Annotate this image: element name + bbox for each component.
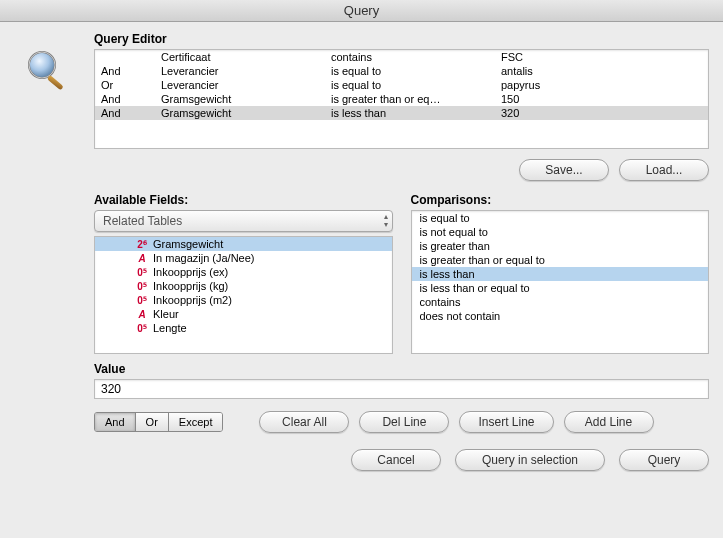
field-type-icon: 2⁶ xyxy=(135,239,149,250)
query-cell-value: antalis xyxy=(495,64,708,78)
query-cell-comp: is equal to xyxy=(325,78,495,92)
value-label: Value xyxy=(94,362,709,376)
comparison-item[interactable]: does not contain xyxy=(412,309,709,323)
value-input[interactable] xyxy=(94,379,709,399)
magnifier-icon xyxy=(24,47,94,97)
conjunction-segmented[interactable]: And Or Except xyxy=(94,412,223,432)
query-cell-comp: contains xyxy=(325,50,495,64)
query-cell-conj: And xyxy=(95,64,155,78)
query-editor-label: Query Editor xyxy=(94,32,709,46)
field-item[interactable]: 0⁵Inkoopprijs (ex) xyxy=(95,265,392,279)
query-row[interactable]: AndGramsgewichtis greater than or eq…150 xyxy=(95,92,708,106)
query-row[interactable]: CertificaatcontainsFSC xyxy=(95,50,708,64)
chevron-updown-icon: ▴▾ xyxy=(384,213,388,229)
field-item-label: Inkoopprijs (ex) xyxy=(153,266,228,278)
query-cell-field: Leverancier xyxy=(155,78,325,92)
query-cell-conj: Or xyxy=(95,78,155,92)
query-cell-conj: And xyxy=(95,106,155,120)
and-segment[interactable]: And xyxy=(95,413,136,431)
query-cell-value: 320 xyxy=(495,106,708,120)
svg-rect-2 xyxy=(47,75,64,90)
query-cell-field: Gramsgewicht xyxy=(155,106,325,120)
load-button[interactable]: Load... xyxy=(619,159,709,181)
field-item-label: Inkoopprijs (m2) xyxy=(153,294,232,306)
field-item[interactable]: 0⁵Inkoopprijs (kg) xyxy=(95,279,392,293)
query-cell-field: Leverancier xyxy=(155,64,325,78)
field-type-icon: A xyxy=(135,253,149,264)
comparison-item[interactable]: is not equal to xyxy=(412,225,709,239)
query-cell-value: 150 xyxy=(495,92,708,106)
field-item[interactable]: 0⁵Lengte xyxy=(95,321,392,335)
query-cell-comp: is less than xyxy=(325,106,495,120)
popup-label: Related Tables xyxy=(103,214,182,228)
field-item[interactable]: 2⁶Gramsgewicht xyxy=(95,237,392,251)
query-cell-conj xyxy=(95,50,155,64)
comparison-item[interactable]: contains xyxy=(412,295,709,309)
field-item-label: Lengte xyxy=(153,322,187,334)
query-cell-comp: is greater than or eq… xyxy=(325,92,495,106)
related-tables-popup[interactable]: Related Tables ▴▾ xyxy=(94,210,393,232)
query-in-selection-button[interactable]: Query in selection xyxy=(455,449,605,471)
insert-line-button[interactable]: Insert Line xyxy=(459,411,553,433)
query-cell-value: FSC xyxy=(495,50,708,64)
comparison-item[interactable]: is less than xyxy=(412,267,709,281)
comparison-item[interactable]: is greater than or equal to xyxy=(412,253,709,267)
cancel-button[interactable]: Cancel xyxy=(351,449,441,471)
query-row[interactable]: AndLeverancieris equal toantalis xyxy=(95,64,708,78)
available-fields-list[interactable]: 2⁶GramsgewichtAIn magazijn (Ja/Nee)0⁵Ink… xyxy=(94,236,393,354)
field-type-icon: 0⁵ xyxy=(135,267,149,278)
save-button[interactable]: Save... xyxy=(519,159,609,181)
except-segment[interactable]: Except xyxy=(169,413,223,431)
comparisons-list[interactable]: is equal tois not equal tois greater tha… xyxy=(411,210,710,354)
field-type-icon: 0⁵ xyxy=(135,281,149,292)
query-cell-field: Certificaat xyxy=(155,50,325,64)
available-fields-label: Available Fields: xyxy=(94,193,393,207)
query-button[interactable]: Query xyxy=(619,449,709,471)
field-type-icon: 0⁵ xyxy=(135,323,149,334)
field-item[interactable]: 0⁵Inkoopprijs (m2) xyxy=(95,293,392,307)
query-cell-comp: is equal to xyxy=(325,64,495,78)
comparison-item[interactable]: is equal to xyxy=(412,211,709,225)
field-type-icon: 0⁵ xyxy=(135,295,149,306)
del-line-button[interactable]: Del Line xyxy=(359,411,449,433)
comparisons-label: Comparisons: xyxy=(411,193,710,207)
query-cell-field: Gramsgewicht xyxy=(155,92,325,106)
query-cell-value: papyrus xyxy=(495,78,708,92)
clear-all-button[interactable]: Clear All xyxy=(259,411,349,433)
field-item-label: Kleur xyxy=(153,308,179,320)
comparison-item[interactable]: is less than or equal to xyxy=(412,281,709,295)
comparison-item[interactable]: is greater than xyxy=(412,239,709,253)
field-item[interactable]: AKleur xyxy=(95,307,392,321)
or-segment[interactable]: Or xyxy=(136,413,169,431)
field-item-label: In magazijn (Ja/Nee) xyxy=(153,252,255,264)
window-title: Query xyxy=(0,0,723,22)
query-row[interactable]: AndGramsgewichtis less than320 xyxy=(95,106,708,120)
query-row[interactable]: OrLeverancieris equal topapyrus xyxy=(95,78,708,92)
query-editor-table[interactable]: CertificaatcontainsFSCAndLeverancieris e… xyxy=(94,49,709,149)
field-item[interactable]: AIn magazijn (Ja/Nee) xyxy=(95,251,392,265)
field-type-icon: A xyxy=(135,309,149,320)
add-line-button[interactable]: Add Line xyxy=(564,411,654,433)
field-item-label: Inkoopprijs (kg) xyxy=(153,280,228,292)
field-item-label: Gramsgewicht xyxy=(153,238,223,250)
query-cell-conj: And xyxy=(95,92,155,106)
